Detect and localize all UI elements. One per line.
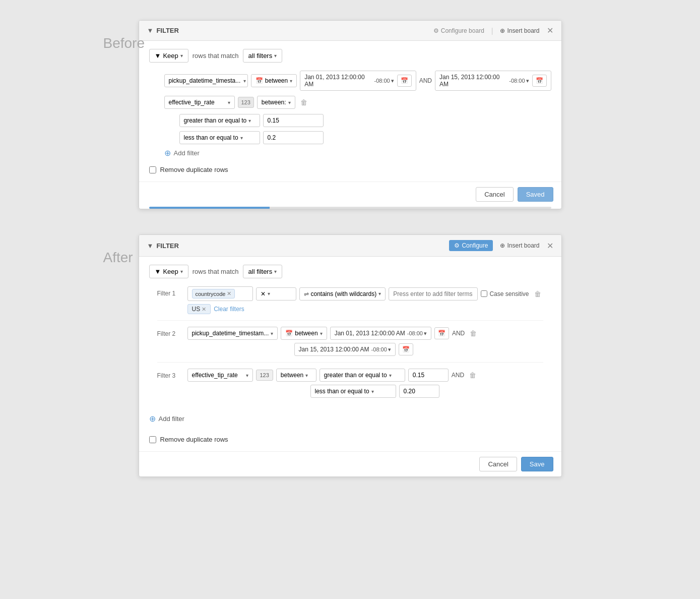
all-filters-button-after[interactable]: all filters ▾	[243, 265, 283, 278]
contains-operator-dropdown[interactable]: ⇌ contains (with wildcards) ▾	[299, 287, 386, 301]
gte-value-before[interactable]	[263, 114, 324, 127]
filter-2-line-2: Jan 15, 2013 12:00:00 AM -08:00 ▾ 📅	[187, 343, 543, 356]
filter-3-controls: effective_tip_rate ▾ 123 between ▾	[187, 369, 543, 398]
dup-row-after: Remove duplicate rows	[149, 436, 551, 443]
cancel-button-after[interactable]: Cancel	[479, 457, 517, 471]
remove-dup-checkbox-after[interactable]	[149, 436, 156, 443]
filter-1-x-button[interactable]: ✕ ▾	[256, 287, 296, 301]
close-button-before[interactable]: ✕	[547, 26, 553, 35]
between-sub-row-2: less than or equal to ▾	[149, 131, 551, 144]
gear-icon: ⚙	[433, 27, 439, 34]
after-label: After	[103, 250, 133, 266]
delete-filter-1-after[interactable]: 🗑	[532, 288, 543, 300]
between-select-filter-2[interactable]: 📅 between ▾	[281, 327, 327, 340]
tag-remove-countrycode[interactable]: ✕	[227, 290, 231, 297]
keep-button-after[interactable]: ▼ Keep ▾	[149, 265, 188, 278]
after-header-actions: ⚙ Configure ⊕ Insert board ✕	[449, 240, 553, 251]
date-input-2: Jan 15, 2013 12:00:00 AM -08:00 ▾ 📅	[435, 71, 551, 91]
before-panel-header: ▼ FILTER ⚙ Configure board | ⊕ Insert bo…	[139, 21, 561, 41]
field-select-filter-3[interactable]: effective_tip_rate ▾	[187, 369, 253, 382]
all-filters-button[interactable]: all filters ▾	[243, 49, 283, 63]
before-filter-row-1: pickup_datetime_timesta... ▾ 📅 between ▾…	[149, 71, 551, 91]
before-header-actions: ⚙ Configure board | ⊕ Insert board ✕	[433, 26, 553, 35]
date-field-2-1: Jan 01, 2013 12:00:00 AM -08:00 ▾	[330, 327, 431, 340]
us-value-tag: US ✕	[187, 304, 211, 314]
us-tag-remove[interactable]: ✕	[202, 306, 206, 313]
lte-dropdown-before[interactable]: less than or equal to ▾	[179, 131, 260, 144]
field-dropdown-2[interactable]: effective_tip_rate ▾	[164, 96, 235, 109]
funnel-icon-after: ▼	[155, 268, 161, 275]
funnel-icon: ▼	[155, 52, 161, 59]
field1-caret: ▾	[243, 78, 246, 84]
configure-board-button[interactable]: ⚙ Configure board	[433, 27, 484, 34]
calendar-icon-f2: 📅	[285, 330, 293, 337]
gte-dropdown-before[interactable]: greater than or equal to ▾	[179, 114, 260, 127]
delete-filter-2-before[interactable]: 🗑	[298, 96, 309, 108]
tz-select-f2-1[interactable]: -08:00 ▾	[407, 330, 427, 337]
date-input-1: Jan 01, 2013 12:00:00 AM -08:00 ▾ 📅	[300, 71, 416, 91]
lte-select-filter-3[interactable]: less than or equal to ▾	[310, 385, 396, 398]
field-dropdown-1[interactable]: pickup_datetime_timesta... ▾	[164, 74, 248, 87]
filter-2-label: Filter 2	[157, 327, 183, 337]
plus-circle-icon-after: ⊕	[500, 242, 505, 249]
filters-section: Filter 1 countrycode ✕ ✕	[149, 286, 551, 404]
after-panel-header: ▼ FILTER ⚙ Configure ⊕ Insert board ✕	[139, 235, 561, 257]
countrycode-tag: countrycode ✕	[192, 289, 235, 298]
after-panel-footer: Cancel Save	[139, 451, 561, 476]
add-filter-icon-after: ⊕	[149, 414, 156, 424]
clear-filters-link[interactable]: Clear filters	[214, 306, 244, 313]
all-filters-caret: ▾	[274, 53, 277, 58]
remove-dup-checkbox-before[interactable]	[149, 166, 156, 173]
filter-2-line-1: pickup_datetime_timestam... ▾ 📅 between …	[187, 327, 543, 340]
filter-1-controls: countrycode ✕ ✕ ▾ ⇌ c	[187, 286, 543, 314]
cancel-button-before[interactable]: Cancel	[476, 187, 513, 202]
num-badge-filter-3: 123	[256, 370, 273, 381]
filter-icon-before: ▼	[147, 27, 154, 34]
filter-2-controls: pickup_datetime_timestam... ▾ 📅 between …	[187, 327, 543, 356]
filter-3-line-1: effective_tip_rate ▾ 123 between ▾	[187, 369, 543, 382]
and-label-f3: AND	[452, 372, 464, 379]
filter-icon-after: ▼	[147, 242, 154, 250]
filter-terms-input[interactable]	[389, 287, 478, 301]
between-select-filter-3[interactable]: between ▾	[276, 369, 316, 382]
configure-button-after[interactable]: ⚙ Configure	[449, 240, 493, 251]
close-button-after[interactable]: ✕	[547, 241, 553, 251]
between-sub-row-1: greater than or equal to ▾	[149, 114, 551, 127]
keep-button[interactable]: ▼ Keep ▾	[149, 49, 188, 63]
tz-select-f2-2[interactable]: -08:00 ▾	[371, 346, 391, 353]
gte-value-filter-3[interactable]	[408, 369, 449, 382]
cal-button-2[interactable]: 📅	[532, 75, 547, 87]
cal-button-f2-2[interactable]: 📅	[399, 343, 413, 355]
tz-select-1[interactable]: -08:00 ▾	[374, 78, 394, 84]
delete-filter-3-after[interactable]: 🗑	[467, 369, 478, 381]
keep-caret-after: ▾	[180, 269, 183, 274]
insert-board-button-after[interactable]: ⊕ Insert board	[500, 242, 539, 249]
save-button-after[interactable]: Save	[521, 457, 553, 471]
operator-dropdown-1[interactable]: 📅 between ▾	[251, 74, 297, 87]
case-sensitive-checkbox[interactable]	[481, 290, 487, 297]
add-filter-row-after[interactable]: ⊕ Add filter	[149, 410, 551, 428]
before-panel-body: ▼ Keep ▾ rows that match all filters ▾ p…	[139, 41, 561, 182]
add-filter-row-before[interactable]: ⊕ Add filter	[149, 148, 551, 158]
cal-button-1[interactable]: 📅	[397, 75, 412, 87]
insert-board-button[interactable]: ⊕ Insert board	[500, 27, 539, 34]
after-filter-row-3: Filter 3 effective_tip_rate ▾ 123	[157, 369, 543, 404]
lte-value-filter-3[interactable]	[399, 385, 439, 398]
scrollbar-before	[149, 207, 551, 209]
delete-filter-2-after[interactable]: 🗑	[468, 327, 479, 339]
gte-select-filter-3[interactable]: greater than or equal to ▾	[320, 369, 405, 382]
filter-3-label: Filter 3	[157, 369, 183, 379]
before-filter-row-2: effective_tip_rate ▾ 123 between: ▾ 🗑	[149, 96, 551, 109]
field-select-filter-2[interactable]: pickup_datetime_timestam... ▾	[187, 327, 278, 340]
tz-select-2[interactable]: -08:00 ▾	[509, 78, 529, 84]
operator-dropdown-2[interactable]: between: ▾	[257, 96, 295, 109]
before-panel-title: FILTER	[156, 27, 179, 34]
number-badge: 123	[238, 97, 254, 108]
gear-icon-after: ⚙	[454, 242, 460, 249]
filter-1-label: Filter 1	[157, 286, 183, 297]
save-button-before[interactable]: Saved	[518, 187, 553, 202]
cal-button-f2-1[interactable]: 📅	[434, 327, 449, 339]
and-label-1: AND	[419, 77, 432, 84]
lte-value-before[interactable]	[263, 131, 324, 144]
filter-3-line-2: less than or equal to ▾	[187, 385, 543, 398]
